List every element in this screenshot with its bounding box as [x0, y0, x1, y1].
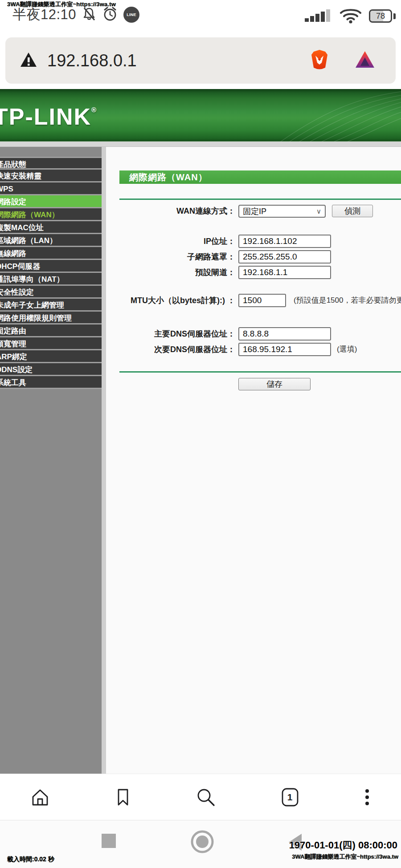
search-button[interactable]: [195, 786, 217, 808]
sidebar-item-label: 通訊埠導向（NAT）: [0, 273, 102, 286]
sidebar-item-access-control[interactable]: 網路使用權限規則管理: [0, 312, 102, 324]
dns-primary-input[interactable]: [238, 327, 331, 341]
sidebar-item-lan[interactable]: 區域網路（LAN）: [0, 234, 102, 247]
sidebar-item-label: 網際網路（WAN）: [0, 208, 102, 221]
watermark-site-top: 3WA翻譯賺錢樂透工作室~https://3wa.tw: [7, 0, 116, 8]
sidebar-item-wps[interactable]: WPS: [0, 183, 102, 195]
save-button[interactable]: 儲存: [238, 378, 311, 390]
cellular-signal-icon: [304, 8, 332, 24]
subnet-mask-label: 子網路遮罩：: [106, 250, 235, 264]
wifi-icon: [339, 6, 362, 26]
dns-secondary-label: 次要DNS伺服器位址：: [106, 343, 235, 356]
mtu-input[interactable]: [238, 294, 286, 307]
sidebar-item-bandwidth-control[interactable]: 頻寬管理: [0, 337, 102, 350]
sidebar-item-ddns[interactable]: DDNS設定: [0, 363, 102, 376]
tab-count: 1: [287, 792, 293, 803]
recents-button[interactable]: [102, 834, 116, 848]
sidebar-item-label: 安全性設定: [0, 286, 102, 299]
sidebar-item-label: ARP綁定: [0, 350, 102, 363]
ip-address-input[interactable]: [238, 235, 331, 248]
tplink-logo: TP-LINK®: [0, 103, 97, 130]
browser-bottom-nav: 1: [0, 774, 401, 820]
watermark-datetime: 1970-01-01(四) 08:00:00: [289, 839, 397, 852]
sidebar-item-product-status[interactable]: 產品狀態: [0, 157, 102, 170]
alarm-clock-icon: [102, 6, 118, 24]
ip-address-label: IP位址：: [106, 235, 235, 248]
sidebar-item-label: 複製MAC位址: [0, 221, 102, 234]
sidebar-item-label: 區域網路（LAN）: [0, 234, 102, 247]
android-home-button[interactable]: [190, 829, 215, 856]
sidebar-item-arp-binding[interactable]: ARP綁定: [0, 350, 102, 363]
sidebar-item-label: 網路設定: [0, 195, 102, 208]
browser-url-section: 192.168.0.1: [0, 31, 401, 89]
sidebar-item-quick-setup[interactable]: 快速安裝精靈: [0, 170, 102, 183]
battery-nub: [393, 13, 396, 19]
sidebar-item-label: 固定路由: [0, 324, 102, 337]
battery-percent: 78: [376, 12, 385, 21]
sidebar-item-wan[interactable]: 網際網路（WAN）: [0, 208, 102, 221]
detect-button[interactable]: 偵測: [332, 205, 373, 217]
sidebar-item-security-settings[interactable]: 安全性設定: [0, 286, 102, 299]
home-button[interactable]: [29, 787, 51, 808]
sidebar-item-label: 網路使用權限規則管理: [0, 312, 102, 324]
gateway-label: 預設閘道：: [106, 266, 235, 279]
tab-switcher-button[interactable]: 1: [279, 787, 301, 808]
brave-shields-icon[interactable]: [310, 49, 329, 72]
line-app-icon: LINE: [123, 7, 139, 23]
sidebar-item-network-settings[interactable]: 網路設定: [0, 195, 102, 208]
watermark-load-time: 載入時間:0.02 秒: [7, 856, 54, 864]
battery-icon: 78: [369, 9, 392, 23]
dns-secondary-note: (選填): [337, 343, 357, 356]
sidebar-item-label: DDNS設定: [0, 363, 102, 376]
sidebar-item-label: 產品狀態: [0, 158, 102, 170]
menu-more-button[interactable]: [363, 787, 372, 808]
sidebar-item-label: WPS: [0, 183, 102, 195]
wan-type-select[interactable]: 固定IP ∨: [238, 205, 326, 218]
page-title: 網際網路（WAN）: [119, 170, 401, 184]
watermark-site-bottom: 3WA翻譯賺錢樂透工作室~https://3wa.tw: [292, 853, 398, 861]
sidebar-menu: 產品狀態 快速安裝精靈 WPS 網路設定 網際網路（WAN） 複製MAC位址 區…: [0, 157, 102, 389]
gateway-input[interactable]: [238, 266, 331, 279]
not-secure-warning-icon[interactable]: [20, 52, 37, 69]
sidebar: 產品狀態 快速安裝精靈 WPS 網路設定 網際網路（WAN） 複製MAC位址 區…: [0, 147, 106, 774]
header-divider-strip: [0, 142, 401, 147]
url-bar[interactable]: 192.168.0.1: [5, 37, 396, 84]
subnet-mask-input[interactable]: [238, 250, 331, 264]
sidebar-item-label: DHCP伺服器: [0, 260, 102, 273]
bookmarks-button[interactable]: [113, 787, 133, 808]
sidebar-item-label: 未成年子女上網管理: [0, 299, 102, 312]
main-content: 網際網路（WAN） WAN連線方式： 固定IP ∨ 偵測 IP位址： 子網路遮罩…: [106, 147, 401, 774]
url-text[interactable]: 192.168.0.1: [47, 51, 310, 70]
mtu-label: MTU大小（以bytes計算):) ：: [106, 294, 235, 307]
dns-primary-label: 主要DNS伺服器位址：: [106, 327, 235, 341]
sidebar-item-dhcp-server[interactable]: DHCP伺服器: [0, 260, 102, 273]
sidebar-item-label: 快速安裝精靈: [0, 170, 102, 183]
sidebar-item-label: 系統工具: [0, 376, 102, 389]
sidebar-item-label: 無線網路: [0, 247, 102, 260]
screen: 3WA翻譯賺錢樂透工作室~https://3wa.tw 半夜12:10 L: [0, 0, 401, 868]
section-divider-bottom: [119, 371, 401, 373]
mtu-note: (預設值是1500，若非必要請勿更: [294, 294, 401, 307]
sidebar-item-nat[interactable]: 通訊埠導向（NAT）: [0, 273, 102, 286]
sidebar-item-parental-control[interactable]: 未成年子女上網管理: [0, 299, 102, 312]
sidebar-item-system-tools[interactable]: 系統工具: [0, 376, 102, 389]
sidebar-item-mac-clone[interactable]: 複製MAC位址: [0, 221, 102, 234]
bell-muted-icon: [82, 6, 97, 23]
sidebar-item-static-routing[interactable]: 固定路由: [0, 324, 102, 337]
section-divider-top: [119, 199, 401, 200]
wan-type-label: WAN連線方式：: [106, 205, 235, 218]
dns-secondary-input[interactable]: [238, 343, 331, 356]
chevron-down-icon: ∨: [316, 207, 321, 215]
tplink-header-banner: TP-LINK®: [0, 89, 401, 142]
sidebar-item-label: 頻寬管理: [0, 337, 102, 350]
brave-rewards-bat-icon[interactable]: [355, 50, 375, 71]
sidebar-item-wireless[interactable]: 無線網路: [0, 247, 102, 260]
banner-swoosh-decoration: [214, 89, 401, 142]
